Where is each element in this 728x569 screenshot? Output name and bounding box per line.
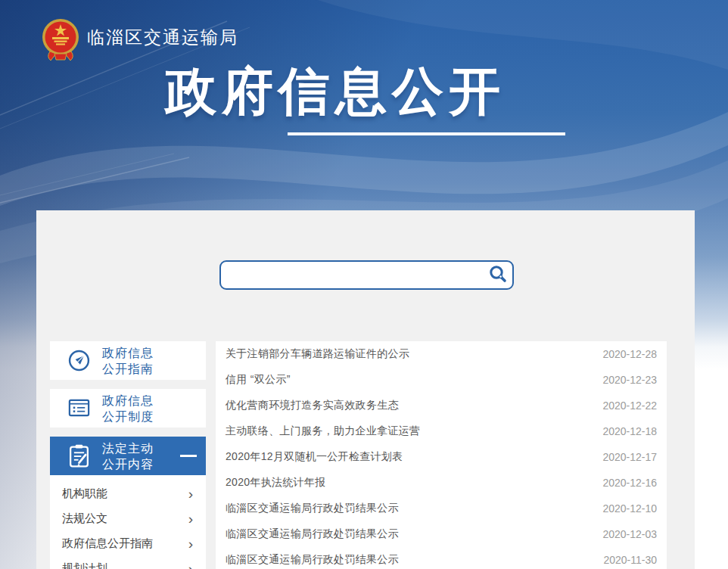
article-date: 2020-12-28 bbox=[602, 348, 657, 360]
chevron-right-icon: › bbox=[188, 487, 193, 501]
sidebar-subitem[interactable]: 政府信息公开指南 › bbox=[50, 531, 206, 556]
national-emblem-icon bbox=[41, 17, 80, 62]
article-title[interactable]: 临淄区交通运输局行政处罚结果公示 bbox=[226, 553, 399, 567]
article-date: 2020-12-03 bbox=[602, 528, 657, 540]
list-item[interactable]: 临淄区交通运输局行政处罚结果公示 2020-12-03 bbox=[216, 521, 667, 547]
chevron-right-icon: › bbox=[188, 561, 193, 569]
article-title[interactable]: 主动联络、上门服务，助力企业拿证运营 bbox=[226, 424, 420, 438]
sidebar-item-statutory-disclosure[interactable]: 法定主动 公开内容 bbox=[50, 437, 206, 475]
chevron-right-icon: › bbox=[188, 511, 193, 526]
search-input[interactable] bbox=[229, 262, 481, 290]
article-title[interactable]: 优化营商环境打造务实高效政务生态 bbox=[226, 399, 399, 412]
compass-icon bbox=[67, 347, 92, 375]
sidebar-item-label: 政府信息 公开制度 bbox=[102, 393, 154, 424]
list-item[interactable]: 关于注销部分车辆道路运输证件的公示 2020-12-28 bbox=[216, 341, 667, 367]
article-title[interactable]: 2020年执法统计年报 bbox=[226, 476, 325, 490]
header-brand: 临淄区交通运输局 bbox=[41, 17, 238, 62]
sidebar-item-label: 法定主动 公开内容 bbox=[102, 440, 154, 472]
sidebar-subitem-label: 政府信息公开指南 bbox=[62, 536, 153, 551]
clipboard-pencil-icon bbox=[67, 443, 92, 470]
article-date: 2020-11-30 bbox=[603, 554, 657, 566]
page-title: 政府信息公开 bbox=[0, 58, 670, 126]
agency-name: 临淄区交通运输局 bbox=[87, 26, 238, 49]
sidebar-item-gov-info-guide[interactable]: 政府信息 公开指南 bbox=[50, 341, 206, 380]
sidebar-subitem-label: 机构职能 bbox=[62, 487, 107, 501]
list-item[interactable]: 2020年执法统计年报 2020-12-16 bbox=[216, 470, 667, 496]
list-item[interactable]: 主动联络、上门服务，助力企业拿证运营 2020-12-18 bbox=[216, 418, 667, 444]
article-title[interactable]: 临淄区交通运输局行政处罚结果公示 bbox=[226, 502, 399, 515]
content-panel: 政府信息 公开指南 政府信息 公开制度 bbox=[36, 210, 695, 569]
list-item[interactable]: 优化营商环境打造务实高效政务生态 2020-12-22 bbox=[216, 393, 667, 418]
sidebar-item-label: 政府信息 公开指南 bbox=[102, 345, 154, 377]
search-icon bbox=[488, 264, 508, 284]
sidebar-subitem[interactable]: 规划计划 › bbox=[50, 556, 206, 569]
article-date: 2020-12-18 bbox=[602, 425, 657, 437]
list-item[interactable]: 信用 “双公示” 2020-12-23 bbox=[216, 367, 667, 393]
article-date: 2020-12-16 bbox=[602, 477, 657, 489]
list-item[interactable]: 临淄区交通运输局行政处罚结果公示 2020-12-10 bbox=[216, 496, 667, 521]
article-title[interactable]: 2020年12月双随机一公开检查计划表 bbox=[226, 450, 403, 464]
search-box bbox=[219, 260, 514, 290]
article-list: 关于注销部分车辆道路运输证件的公示 2020-12-28 信用 “双公示” 20… bbox=[216, 341, 667, 569]
list-item[interactable]: 临淄区交通运输局行政处罚结果公示 2020-11-30 bbox=[216, 547, 667, 569]
sidebar-item-gov-info-system[interactable]: 政府信息 公开制度 bbox=[50, 389, 206, 428]
article-date: 2020-12-23 bbox=[602, 374, 657, 386]
sidebar-subitem-label: 法规公文 bbox=[62, 511, 107, 526]
sidebar-submenu: 机构职能 › 法规公文 › 政府信息公开指南 › 规划计划 › bbox=[50, 475, 206, 569]
sidebar-subitem[interactable]: 机构职能 › bbox=[50, 481, 206, 506]
chevron-right-icon: › bbox=[188, 536, 193, 551]
minus-icon bbox=[180, 455, 197, 457]
article-title[interactable]: 临淄区交通运输局行政处罚结果公示 bbox=[226, 527, 399, 541]
article-title[interactable]: 关于注销部分车辆道路运输证件的公示 bbox=[226, 347, 409, 361]
article-date: 2020-12-22 bbox=[602, 400, 657, 412]
list-item[interactable]: 2020年12月双随机一公开检查计划表 2020-12-17 bbox=[216, 444, 667, 470]
sidebar: 政府信息 公开指南 政府信息 公开制度 bbox=[50, 341, 206, 569]
title-underline-decoration bbox=[288, 132, 565, 135]
sidebar-subitem[interactable]: 法规公文 › bbox=[50, 506, 206, 531]
search-button[interactable] bbox=[487, 264, 509, 285]
sidebar-subitem-label: 规划计划 bbox=[62, 561, 107, 569]
article-date: 2020-12-10 bbox=[602, 502, 657, 515]
article-date: 2020-12-17 bbox=[602, 451, 657, 463]
book-icon bbox=[67, 395, 92, 422]
article-title[interactable]: 信用 “双公示” bbox=[226, 373, 291, 387]
